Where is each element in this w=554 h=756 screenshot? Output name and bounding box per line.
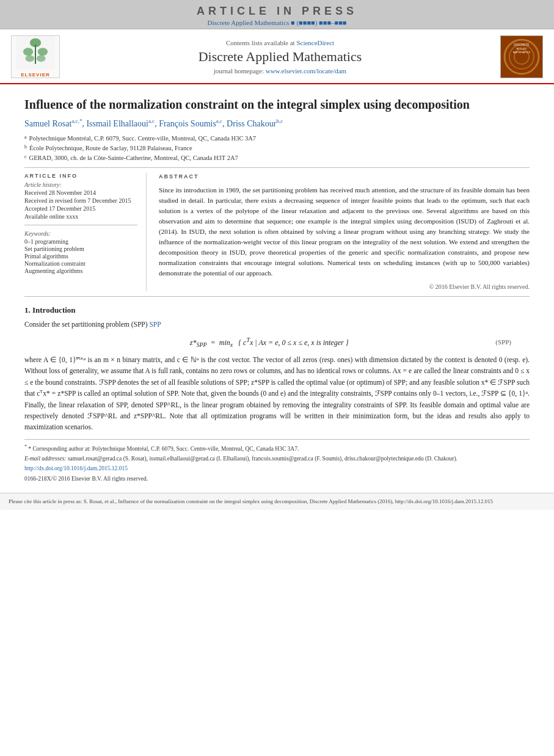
publisher-logo: ELSEVIER (11, 35, 60, 78)
keyword-4: Normalization constraint (24, 260, 137, 267)
keyword-2: Set partitioning problem (24, 245, 137, 252)
intro-para2: where A ∈ {0, 1}ᵐˣⁿ is an m × n binary m… (24, 354, 530, 433)
article-info-label: ARTICLE INFO (24, 173, 137, 179)
journal-title: Discrete Applied Mathematics (66, 49, 494, 65)
sciencedirect-link[interactable]: ScienceDirect (296, 39, 334, 46)
affil-b: b École Polytechnique, Route de Saclay, … (24, 144, 530, 153)
contents-available: Contents lists available at ScienceDirec… (66, 39, 494, 46)
accepted-date: Accepted 17 December 2015 (24, 205, 137, 212)
two-col-section: ARTICLE INFO Article history: Received 2… (24, 173, 530, 291)
svg-point-6 (37, 55, 46, 62)
abstract-label: ABSTRACT (159, 173, 530, 181)
keyword-1: 0–1 programming (24, 238, 137, 245)
keywords-label: Keywords: (24, 230, 137, 237)
formula-block: z*SPP = minx { cTx | Ax = e, 0 ≤ x ≤ e, … (43, 336, 511, 348)
article-info-col: ARTICLE INFO Article history: Received 2… (24, 173, 147, 291)
intro-heading: 1. Introduction (24, 305, 530, 315)
elsevier-logo-svg (14, 36, 57, 70)
abstract-text: Since its introduction in 1969, the set … (159, 185, 530, 278)
formula-tag: (SPP) (495, 338, 511, 346)
page: ARTICLE IN PRESS Discrete Applied Mathem… (0, 0, 554, 756)
spp-link[interactable]: SPP (149, 321, 161, 328)
svg-point-5 (26, 55, 35, 62)
abstract-copyright: © 2016 Elsevier B.V. All rights reserved… (159, 282, 530, 291)
author-elhallaoui: Issmail Elhallaoui (86, 119, 148, 128)
introduction-section: 1. Introduction Consider the set partiti… (24, 305, 530, 433)
author-rosat: Samuel Rosat (24, 119, 71, 128)
abstract-col: ABSTRACT Since its introduction in 1969,… (159, 173, 530, 291)
affiliations: a Polytechnique Montréal, C.P. 6079, Suc… (24, 134, 530, 162)
aip-journal-ref: Discrete Applied Mathematics ■ (■■■■) ■■… (0, 19, 554, 26)
affil-a: a Polytechnique Montréal, C.P. 6079, Suc… (24, 134, 530, 144)
fn-issn: 0166-218X/© 2016 Elsevier B.V. All right… (24, 474, 530, 483)
fn-doi: http://dx.doi.org/10.1016/j.dam.2015.12.… (24, 464, 530, 473)
divider-2 (24, 296, 530, 297)
formula-content: z*SPP = minx { cTx | Ax = e, 0 ≤ x ≤ e, … (190, 336, 349, 348)
keyword-3: Primal algorithms (24, 253, 137, 260)
aip-banner: ARTICLE IN PRESS Discrete Applied Mathem… (0, 0, 554, 29)
elsevier-brand: ELSEVIER (21, 72, 50, 78)
svg-text:DISCRETE: DISCRETE (514, 43, 530, 46)
available-online: Available online xxxx (24, 213, 137, 220)
svg-point-3 (23, 48, 34, 56)
divider-1 (24, 167, 530, 168)
footnotes: * * Corresponding author at: Polytechniq… (24, 439, 530, 483)
aip-title: ARTICLE IN PRESS (0, 5, 554, 18)
info-divider (24, 225, 137, 225)
journal-homepage: journal homepage: www.elsevier.com/locat… (66, 67, 494, 75)
received-date: Received 28 November 2014 (24, 189, 137, 196)
intro-title: Introduction (32, 305, 76, 314)
intro-para1: Consider the set partitioning problem (S… (24, 319, 530, 330)
journal-center-info: Contents lists available at ScienceDirec… (66, 39, 494, 75)
svg-text:MATHEMATICS: MATHEMATICS (513, 51, 531, 54)
affil-c: c GERAD, 3000, ch. de la Côte-Sainte-Cat… (24, 153, 530, 163)
homepage-link[interactable]: www.elsevier.com/locate/dam (266, 67, 346, 75)
svg-point-2 (30, 38, 41, 48)
journal-header: ELSEVIER Contents lists available at Sci… (0, 29, 554, 84)
history-label: Article history: (24, 181, 137, 188)
author-soumis: François Soumis (159, 119, 216, 128)
author-chakour: Driss Chakour (227, 119, 276, 128)
keyword-5: Augmenting algorithms (24, 267, 137, 274)
authors: Samuel Rosata,c,*, Issmail Elhallaouia,c… (24, 117, 530, 130)
fn-emails: E-mail addresses: samuel.rosat@gerad.ca … (24, 454, 530, 463)
svg-text:APPLIED: APPLIED (517, 47, 527, 50)
journal-cover-svg: DISCRETE APPLIED MATHEMATICS (501, 36, 542, 78)
svg-point-4 (38, 48, 48, 56)
article-body: Influence of the normalization constrain… (0, 84, 554, 490)
journal-thumbnail: DISCRETE APPLIED MATHEMATICS (500, 35, 543, 78)
citation-banner: Please cite this article in press as: S.… (0, 493, 554, 511)
fn-star: * * Corresponding author at: Polytechniq… (24, 443, 530, 453)
revised-date: Received in revised form 7 December 2015 (24, 197, 137, 204)
article-title: Influence of the normalization constrain… (24, 90, 530, 112)
